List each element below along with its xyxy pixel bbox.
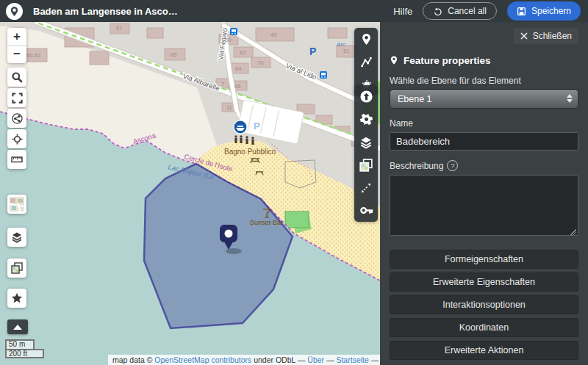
section-interaction-options[interactable]: Interaktionsoptionen	[390, 295, 578, 314]
zoom-control: + −	[7, 28, 26, 63]
star-icon	[11, 292, 23, 304]
chevron-up-icon	[13, 325, 22, 330]
collapse-toolbar-button[interactable]	[7, 319, 28, 334]
feature-properties-panel: Schließen Feature properties Wähle die E…	[380, 22, 588, 365]
key-icon	[359, 203, 373, 217]
svg-text:62: 62	[240, 49, 245, 56]
map-container: Via Albarelle Via Fenaro Via al Lido Asc…	[0, 22, 380, 365]
poi-label-sunset: Sunset-Bar	[250, 219, 283, 226]
scale-metric: 50 m	[5, 339, 35, 349]
zoom-out-button[interactable]: −	[7, 46, 26, 64]
umap-editor: Baden am Langensee in Asco… Hilfe Cancel…	[0, 0, 588, 365]
gear-icon	[359, 112, 373, 126]
svg-text:60: 60	[225, 37, 231, 43]
select-arrows-icon	[567, 94, 573, 103]
polyline-icon	[360, 56, 373, 68]
svg-text:57: 57	[116, 25, 122, 32]
poi-label-arc: Arc	[336, 41, 345, 48]
zoom-in-button[interactable]: +	[7, 28, 26, 46]
description-label: Beschreibung ?	[390, 160, 578, 171]
svg-text:65: 65	[171, 51, 176, 58]
svg-text:11: 11	[226, 104, 232, 111]
save-icon	[517, 7, 526, 16]
layer-select-label: Wähle die Ebene für das Element	[390, 76, 578, 86]
measure-icon	[359, 181, 373, 195]
marker-icon	[390, 54, 398, 66]
panel-title: Feature properties	[390, 54, 578, 66]
section-coordinates[interactable]: Koordinaten	[390, 318, 578, 337]
help-link[interactable]: Hilfe	[393, 6, 412, 17]
parking-icon: P	[309, 46, 316, 57]
measure-distance-button[interactable]	[354, 176, 378, 199]
svg-text:66: 66	[234, 83, 240, 90]
map-settings-button[interactable]	[354, 108, 378, 131]
svg-text:64: 64	[235, 65, 241, 72]
star-button[interactable]	[7, 289, 26, 308]
panel-sections: Formeigenschaften Erweiterte Eigenschaft…	[390, 250, 578, 360]
permissions-button[interactable]	[354, 199, 378, 222]
measure-button[interactable]	[7, 150, 26, 169]
sports-pitch	[285, 212, 309, 228]
minimap-button[interactable]	[7, 195, 26, 214]
map-title: Baden am Langensee in Asco…	[33, 6, 178, 17]
attribution-bar: map data © OpenStreetMap contributors un…	[108, 355, 380, 365]
locate-icon	[12, 134, 23, 145]
tilelayer-switch-button[interactable]	[7, 259, 26, 278]
help-icon[interactable]: ?	[447, 160, 458, 171]
ferry-poi-icon	[234, 120, 247, 134]
save-button[interactable]: Speichern	[507, 1, 581, 21]
marker-icon	[360, 33, 373, 46]
minimap-icon	[10, 197, 24, 212]
svg-text:70: 70	[257, 59, 263, 66]
svg-text:51: 51	[343, 48, 349, 54]
tilelayer-icon	[11, 262, 23, 274]
map-canvas[interactable]: Via Albarelle Via Fenaro Via al Lido Asc…	[0, 22, 380, 365]
bus-stop-icon	[230, 28, 237, 35]
description-textarea[interactable]	[390, 175, 578, 236]
close-icon	[520, 32, 528, 40]
change-tilelayer-button[interactable]	[354, 153, 378, 176]
section-advanced-actions[interactable]: Erweiterte Aktionen	[390, 341, 578, 360]
manage-layers-button[interactable]	[354, 131, 378, 153]
name-input[interactable]	[390, 132, 578, 151]
search-icon	[11, 71, 23, 83]
about-link[interactable]: Über	[307, 355, 324, 364]
top-bar: Baden am Langensee in Asco… Hilfe Cancel…	[0, 0, 588, 22]
svg-text:50-52: 50-52	[26, 52, 40, 59]
locate-button[interactable]	[7, 129, 26, 148]
layers-icon	[359, 136, 373, 149]
edit-toolbar	[354, 85, 378, 222]
svg-text:49: 49	[270, 32, 276, 38]
scale-control: 50 m 200 ft	[5, 339, 44, 358]
name-label: Name	[390, 118, 578, 129]
datalayers-button[interactable]	[7, 228, 26, 247]
import-data-button[interactable]	[354, 85, 378, 108]
parking-lot-icon: P	[254, 120, 260, 131]
section-advanced-properties[interactable]: Erweiterte Eigenschaften	[390, 272, 578, 292]
search-button[interactable]	[7, 68, 26, 87]
bus-stop-icon	[320, 71, 327, 79]
fullscreen-button[interactable]	[7, 88, 26, 107]
share-icon	[12, 113, 23, 124]
umap-logo-icon	[6, 3, 23, 20]
layers-icon	[11, 231, 23, 243]
close-panel-button[interactable]: Schließen	[514, 28, 578, 44]
undo-icon	[433, 7, 442, 16]
tilelayer-icon	[359, 159, 373, 172]
upload-icon	[359, 90, 373, 104]
osm-contributors-link[interactable]: OpenStreetMap contributors	[154, 355, 251, 364]
home-link[interactable]: Startseite	[336, 355, 368, 364]
scale-imperial: 200 ft	[5, 349, 44, 358]
share-button[interactable]	[7, 109, 26, 128]
svg-text:7: 7	[221, 81, 224, 87]
fullscreen-icon	[12, 93, 23, 104]
layer-select[interactable]: Ebene 1	[390, 90, 578, 109]
section-shape-properties[interactable]: Formeigenschaften	[390, 250, 578, 269]
cancel-all-button[interactable]: Cancel all	[423, 2, 497, 20]
draw-marker-button[interactable]	[354, 28, 378, 51]
ruler-icon	[11, 153, 23, 165]
poi-label-bagno: Bagno Pubblico	[224, 148, 276, 156]
draw-polyline-button[interactable]	[354, 51, 378, 73]
